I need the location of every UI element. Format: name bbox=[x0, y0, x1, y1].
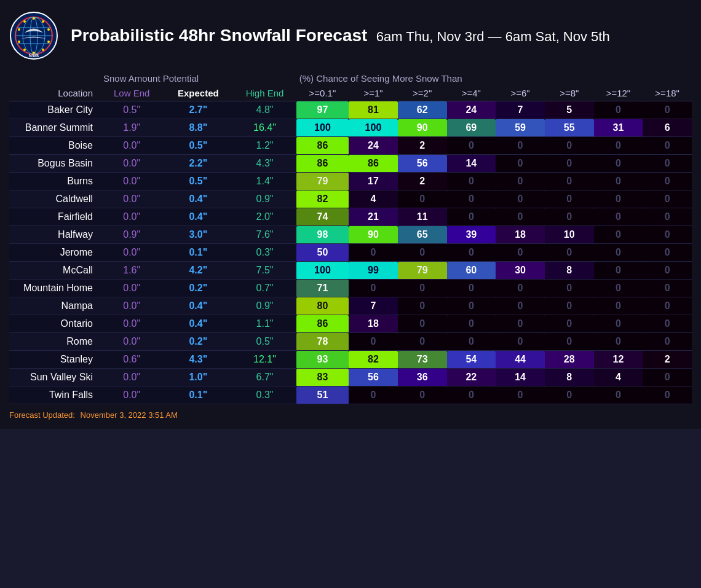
prob-cell: 0 bbox=[398, 333, 447, 351]
prob-cell: 0 bbox=[496, 333, 545, 351]
high-end-value: 0.9" bbox=[233, 297, 296, 315]
prob-cell: 0 bbox=[643, 155, 692, 173]
expected-value: 4.3" bbox=[163, 351, 233, 369]
prob-cell: 11 bbox=[398, 208, 447, 226]
prob-cell: 59 bbox=[496, 119, 545, 137]
low-end-value: 0.0" bbox=[100, 333, 163, 351]
prob-cell: 10 bbox=[545, 226, 594, 244]
prob-cell: 60 bbox=[447, 262, 496, 280]
col-expected: Expected bbox=[163, 85, 233, 101]
low-end-value: 0.0" bbox=[100, 244, 163, 262]
table-row: Jerome0.0"0.1"0.3"500000000 bbox=[9, 244, 692, 262]
prob-cell: 73 bbox=[398, 351, 447, 369]
prob-cell: 28 bbox=[545, 351, 594, 369]
high-end-value: 0.5" bbox=[233, 333, 296, 351]
location-name: Twin Falls bbox=[9, 386, 100, 404]
svg-point-15 bbox=[18, 41, 20, 43]
table-row: Baker City0.5"2.7"4.8"978162247500 bbox=[9, 101, 692, 119]
location-name: Fairfield bbox=[9, 208, 100, 226]
prob-cell: 0 bbox=[398, 190, 447, 208]
expected-value: 0.4" bbox=[163, 190, 233, 208]
low-end-value: 0.0" bbox=[100, 315, 163, 333]
col-p4: >=4" bbox=[447, 85, 496, 101]
prob-cell: 44 bbox=[496, 351, 545, 369]
prob-cell: 0 bbox=[545, 244, 594, 262]
low-end-value: 0.0" bbox=[100, 155, 163, 173]
prob-cell: 97 bbox=[296, 101, 349, 119]
table-row: Boise0.0"0.5"1.2"8624200000 bbox=[9, 137, 692, 155]
location-name: Mountain Home bbox=[9, 280, 100, 297]
expected-value: 2.2" bbox=[163, 155, 233, 173]
low-end-value: 0.0" bbox=[100, 137, 163, 155]
low-end-value: 0.0" bbox=[100, 173, 163, 190]
subheader-row: Snow Amount Potential (%) Chance of Seei… bbox=[9, 71, 692, 85]
prob-cell: 0 bbox=[643, 244, 692, 262]
col-high-end: High End bbox=[233, 85, 296, 101]
low-end-value: 0.5" bbox=[100, 101, 163, 119]
prob-cell: 0 bbox=[398, 297, 447, 315]
prob-cell: 0 bbox=[643, 369, 692, 386]
prob-cell: 69 bbox=[447, 119, 496, 137]
expected-value: 0.5" bbox=[163, 173, 233, 190]
high-end-value: 4.3" bbox=[233, 155, 296, 173]
prob-cell: 0 bbox=[594, 173, 643, 190]
prob-cell: 0 bbox=[349, 333, 398, 351]
prob-cell: 0 bbox=[545, 297, 594, 315]
prob-cell: 0 bbox=[594, 262, 643, 280]
svg-point-10 bbox=[47, 28, 50, 31]
expected-value: 0.5" bbox=[163, 137, 233, 155]
svg-point-17 bbox=[23, 20, 26, 23]
high-end-value: 1.4" bbox=[233, 173, 296, 190]
prob-cell: 7 bbox=[496, 101, 545, 119]
prob-cell: 8 bbox=[545, 369, 594, 386]
prob-cell: 0 bbox=[643, 280, 692, 297]
location-name: Baker City bbox=[9, 101, 100, 119]
expected-value: 1.0" bbox=[163, 369, 233, 386]
prob-cell: 39 bbox=[447, 226, 496, 244]
prob-cell: 2 bbox=[398, 137, 447, 155]
prob-cell: 0 bbox=[594, 226, 643, 244]
prob-cell: 18 bbox=[349, 315, 398, 333]
location-name: Burns bbox=[9, 173, 100, 190]
prob-cell: 30 bbox=[496, 262, 545, 280]
forecast-table-wrapper: Snow Amount Potential (%) Chance of Seei… bbox=[9, 71, 692, 404]
prob-cell: 0 bbox=[545, 155, 594, 173]
expected-value: 0.1" bbox=[163, 244, 233, 262]
col-p2: >=1" bbox=[349, 85, 398, 101]
prob-cell: 0 bbox=[398, 244, 447, 262]
prob-subheader: (%) Chance of Seeing More Snow Than bbox=[296, 71, 692, 85]
prob-cell: 0 bbox=[643, 386, 692, 404]
prob-cell: 0 bbox=[496, 297, 545, 315]
location-name: Halfway bbox=[9, 226, 100, 244]
prob-cell: 0 bbox=[545, 173, 594, 190]
table-row: Rome0.0"0.2"0.5"780000000 bbox=[9, 333, 692, 351]
prob-cell: 0 bbox=[447, 333, 496, 351]
prob-cell: 78 bbox=[296, 333, 349, 351]
table-row: Caldwell0.0"0.4"0.9"824000000 bbox=[9, 190, 692, 208]
location-name: Sun Valley Ski bbox=[9, 369, 100, 386]
location-name: Ontario bbox=[9, 315, 100, 333]
prob-cell: 74 bbox=[296, 208, 349, 226]
expected-value: 0.4" bbox=[163, 208, 233, 226]
col-location: Location bbox=[9, 85, 100, 101]
prob-cell: 62 bbox=[398, 101, 447, 119]
col-low-end: Low End bbox=[100, 85, 163, 101]
prob-cell: 0 bbox=[496, 173, 545, 190]
prob-cell: 0 bbox=[447, 315, 496, 333]
prob-cell: 55 bbox=[545, 119, 594, 137]
prob-cell: 82 bbox=[296, 190, 349, 208]
prob-cell: 51 bbox=[296, 386, 349, 404]
svg-point-12 bbox=[42, 49, 44, 51]
prob-cell: 79 bbox=[296, 173, 349, 190]
col-p6: >=8" bbox=[545, 85, 594, 101]
prob-cell: 86 bbox=[349, 155, 398, 173]
prob-cell: 0 bbox=[398, 386, 447, 404]
prob-cell: 0 bbox=[447, 386, 496, 404]
prob-cell: 31 bbox=[594, 119, 643, 137]
prob-cell: 0 bbox=[643, 190, 692, 208]
table-row: Stanley0.6"4.3"12.1"938273544428122 bbox=[9, 351, 692, 369]
prob-cell: 100 bbox=[296, 262, 349, 280]
prob-cell: 22 bbox=[447, 369, 496, 386]
high-end-value: 6.7" bbox=[233, 369, 296, 386]
prob-cell: 0 bbox=[496, 137, 545, 155]
